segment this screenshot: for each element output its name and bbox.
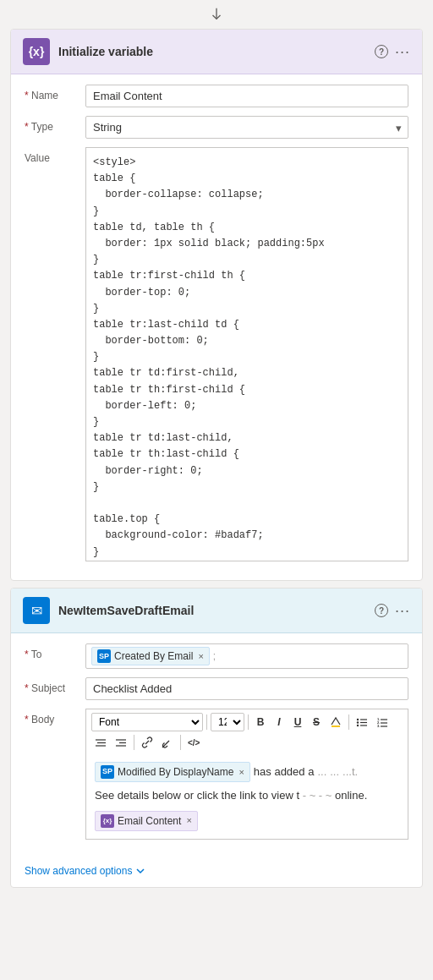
card1-icon: {x}: [23, 38, 50, 65]
to-token-icon: SP: [97, 649, 111, 663]
card1-more-button[interactable]: ···: [395, 43, 410, 61]
type-select[interactable]: String Integer Float Boolean Array Objec…: [85, 116, 408, 139]
name-label: Name: [25, 85, 85, 101]
body-line1-dots: ...: [317, 764, 326, 780]
value-label: Value: [25, 147, 85, 164]
indent-button[interactable]: [112, 733, 130, 752]
initialize-variable-card: {x} Initialize variable ? ··· Name Type …: [10, 29, 423, 581]
type-content: String Integer Float Boolean Array Objec…: [85, 116, 408, 139]
to-token-close[interactable]: ×: [198, 651, 203, 661]
subject-label: Subject: [25, 677, 85, 694]
type-select-wrapper: String Integer Float Boolean Array Objec…: [85, 116, 408, 139]
connector-arrow: [0, 0, 433, 25]
font-size-select[interactable]: 12 10 14 16: [211, 713, 244, 731]
show-advanced-label: Show advanced options: [25, 865, 132, 877]
name-field-row: Name: [25, 85, 408, 107]
to-field-row: To SP Created By Email × ;: [25, 643, 408, 669]
body-token2-close[interactable]: ×: [186, 813, 191, 828]
body-token1-text: Modified By DisplayName: [118, 764, 233, 780]
subject-content: [85, 677, 408, 700]
link-button[interactable]: [138, 733, 156, 752]
svg-point-2: [357, 719, 359, 720]
unlink-button[interactable]: [158, 733, 177, 752]
card1-title: Initialize variable: [58, 45, 375, 58]
card1-body: Name Type String Integer Float Boolean A…: [11, 74, 422, 580]
subject-field-row: Subject: [25, 677, 408, 700]
html-button[interactable]: </>: [184, 733, 203, 752]
body-token1: SP Modified By DisplayName ×: [95, 762, 250, 782]
card2-icon: ✉: [23, 597, 50, 624]
toolbar-divider-5: [180, 735, 181, 750]
type-field-row: Type String Integer Float Boolean Array …: [25, 116, 408, 139]
toolbar-divider-2: [248, 714, 249, 730]
underline-button[interactable]: U: [289, 713, 306, 731]
to-label: To: [25, 643, 85, 660]
body-token1-close[interactable]: ×: [238, 765, 244, 780]
italic-button[interactable]: I: [271, 713, 288, 731]
outdent-button[interactable]: [91, 733, 110, 752]
card1-info-button[interactable]: ?: [375, 45, 388, 58]
body-token2: {x} Email Content ×: [95, 811, 198, 831]
toolbar-divider-3: [348, 714, 349, 730]
value-code-area[interactable]: <style> table { border-collapse: collaps…: [85, 147, 408, 561]
type-label: Type: [25, 116, 85, 133]
rich-body[interactable]: SP Modified By DisplayName × has added a…: [85, 755, 408, 840]
highlight-button[interactable]: [326, 713, 345, 731]
name-content: [85, 85, 408, 107]
card2-title: NewItemSaveDraftEmail: [58, 604, 375, 617]
value-field-row: Value <style> table { border-collapse: c…: [25, 147, 408, 561]
body-token1-icon: SP: [101, 765, 114, 779]
card2-header: ✉ NewItemSaveDraftEmail ? ···: [11, 589, 422, 633]
body-line1-suffix: has added a: [254, 764, 315, 780]
svg-point-4: [357, 721, 359, 723]
card2-body: To SP Created By Email × ; Subject: [11, 633, 422, 858]
card2-info-button[interactable]: ?: [375, 604, 388, 617]
bold-button[interactable]: B: [252, 713, 269, 731]
to-placeholder: ;: [213, 650, 216, 662]
toolbar-divider-4: [134, 735, 134, 750]
show-advanced-options[interactable]: Show advanced options: [11, 858, 422, 887]
to-token: SP Created By Email ×: [91, 647, 210, 665]
to-content: SP Created By Email × ;: [85, 643, 408, 669]
subject-input[interactable]: [85, 677, 408, 700]
email-card: ✉ NewItemSaveDraftEmail ? ··· To SP Crea…: [10, 588, 423, 888]
to-token-container[interactable]: SP Created By Email × ;: [85, 643, 408, 669]
body-line1: SP Modified By DisplayName × has added a…: [95, 762, 399, 804]
svg-text:3.: 3.: [377, 724, 380, 728]
card2-more-button[interactable]: ···: [395, 602, 410, 620]
bullet-list-button[interactable]: [353, 713, 371, 731]
name-input[interactable]: [85, 85, 408, 107]
rich-toolbar: Font Arial Times New Roman 12 10 14 16 B…: [85, 709, 408, 755]
body-field-row: Body Font Arial Times New Roman 12 10 14…: [25, 709, 408, 840]
body-line2: See details below or click the link to v…: [95, 787, 399, 804]
body-label: Body: [25, 709, 85, 725]
font-select[interactable]: Font Arial Times New Roman: [91, 713, 203, 731]
toolbar-divider-1: [206, 714, 207, 730]
body-content: Font Arial Times New Roman 12 10 14 16 B…: [85, 709, 408, 840]
card1-header: {x} Initialize variable ? ···: [11, 30, 422, 74]
chevron-down-icon: [135, 866, 145, 876]
body-token2-text: Email Content: [118, 813, 181, 829]
body-token2-icon: {x}: [101, 814, 114, 828]
card2-actions: ? ···: [375, 602, 410, 620]
value-content: <style> table { border-collapse: collaps…: [85, 147, 408, 561]
numbered-list-button[interactable]: 1.2.3.: [373, 713, 392, 731]
to-token-text: Created By Email: [114, 650, 193, 662]
body-tags: {x} Email Content ×: [95, 811, 399, 831]
strikethrough-button[interactable]: S: [308, 713, 325, 731]
svg-point-6: [357, 725, 359, 726]
card1-actions: ? ···: [375, 43, 410, 61]
